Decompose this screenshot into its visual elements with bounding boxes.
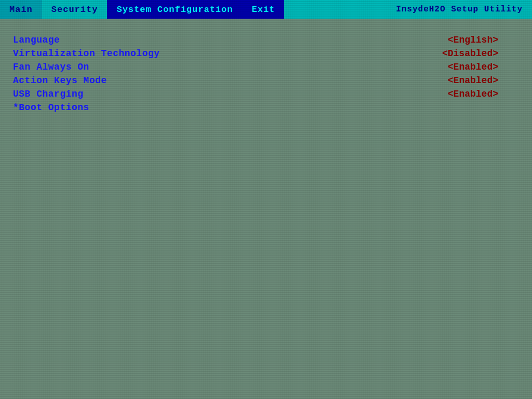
setting-fan[interactable]: Fan Always On <Enabled> <box>13 60 519 74</box>
bios-screen: Main Security System Configuration Exit … <box>0 0 532 399</box>
setting-label-language: Language <box>13 35 60 45</box>
setting-label-fan: Fan Always On <box>13 62 89 72</box>
setting-value-fan: <Enabled> <box>448 62 519 72</box>
content-area: Language <English> Virtualization Techno… <box>0 19 532 399</box>
tab-security[interactable]: Security <box>42 0 108 19</box>
setting-usb-charging[interactable]: USB Charging <Enabled> <box>13 87 519 101</box>
setting-action-keys[interactable]: Action Keys Mode <Enabled> <box>13 74 519 87</box>
tab-system-configuration[interactable]: System Configuration <box>107 0 242 19</box>
menu-bar: Main Security System Configuration Exit … <box>0 0 532 19</box>
setting-label-boot-options: *Boot Options <box>13 102 89 113</box>
setting-value-language: <English> <box>448 35 519 45</box>
setting-label-action-keys: Action Keys Mode <box>13 75 107 86</box>
tab-exit[interactable]: Exit <box>242 0 284 19</box>
setting-label-virtualization: Virtualization Technology <box>13 48 160 59</box>
setting-label-usb-charging: USB Charging <box>13 89 84 99</box>
setting-value-action-keys: <Enabled> <box>448 75 519 86</box>
setting-virtualization[interactable]: Virtualization Technology <Disabled> <box>13 47 519 60</box>
setting-language[interactable]: Language <English> <box>13 33 519 47</box>
setting-value-usb-charging: <Enabled> <box>448 89 519 99</box>
utility-title: InsydeH2O Setup Utility <box>387 0 532 19</box>
tab-main[interactable]: Main <box>0 0 42 19</box>
setting-value-virtualization: <Disabled> <box>442 48 519 59</box>
setting-boot-options[interactable]: *Boot Options <box>13 101 519 114</box>
